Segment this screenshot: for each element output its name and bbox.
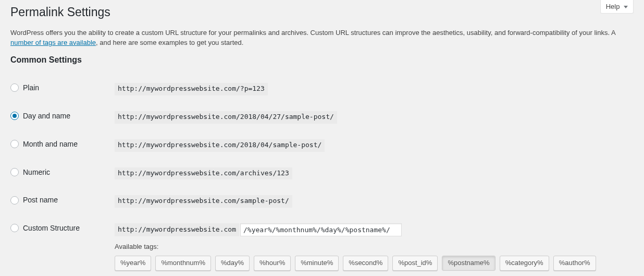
tag-button[interactable]: %category% bbox=[500, 256, 549, 271]
radio-label-text: Numeric bbox=[23, 167, 50, 177]
radio-input-custom[interactable] bbox=[10, 224, 19, 232]
radio-option-numeric[interactable]: Numeric bbox=[10, 167, 50, 177]
example-url: http://mywordpresswebsite.com/?p=123 bbox=[115, 83, 268, 95]
permalink-option-row: Numerichttp://mywordpresswebsite.com/arc… bbox=[10, 160, 634, 188]
radio-label-text: Post name bbox=[23, 195, 58, 205]
help-tab[interactable]: Help bbox=[600, 0, 634, 14]
permalink-option-row: Plainhttp://mywordpresswebsite.com/?p=12… bbox=[10, 75, 634, 103]
radio-input-day-name[interactable] bbox=[10, 112, 19, 120]
radio-input-post-name[interactable] bbox=[10, 196, 19, 205]
radio-input-numeric[interactable] bbox=[10, 168, 19, 176]
radio-label-text: Month and name bbox=[23, 139, 78, 149]
custom-base-url: http://mywordpresswebsite.com bbox=[115, 223, 239, 236]
page-title: Permalink Settings bbox=[10, 0, 634, 22]
tag-button[interactable]: %minute% bbox=[295, 256, 339, 271]
radio-option-custom[interactable]: Custom Structure bbox=[10, 223, 80, 233]
available-tags-label: Available tags: bbox=[115, 243, 628, 251]
radio-label-text: Plain bbox=[23, 83, 39, 92]
common-settings-heading: Common Settings bbox=[10, 55, 634, 65]
radio-option-day-name[interactable]: Day and name bbox=[10, 111, 70, 121]
intro-text-before: WordPress offers you the ability to crea… bbox=[10, 29, 615, 37]
tag-button[interactable]: %second% bbox=[343, 256, 388, 271]
tag-button[interactable]: %year% bbox=[115, 256, 151, 271]
radio-option-plain[interactable]: Plain bbox=[10, 83, 39, 92]
custom-structure-input[interactable] bbox=[240, 223, 402, 236]
chevron-down-icon bbox=[624, 6, 628, 8]
radio-option-month-name[interactable]: Month and name bbox=[10, 139, 78, 149]
example-url: http://mywordpresswebsite.com/2018/04/27… bbox=[115, 111, 337, 124]
intro-paragraph: WordPress offers you the ability to crea… bbox=[10, 28, 634, 48]
permalink-option-row: Day and namehttp://mywordpresswebsite.co… bbox=[10, 103, 634, 131]
permalink-option-row: Post namehttp://mywordpresswebsite.com/s… bbox=[10, 187, 634, 215]
radio-label-text: Custom Structure bbox=[23, 223, 80, 233]
radio-label-text: Day and name bbox=[23, 111, 70, 121]
tag-button[interactable]: %day% bbox=[215, 256, 250, 271]
intro-link[interactable]: number of tags are available bbox=[10, 39, 96, 46]
tag-button[interactable]: %monthnum% bbox=[155, 256, 211, 271]
tag-button[interactable]: %author% bbox=[553, 256, 596, 271]
intro-text-after: , and here are some examples to get you … bbox=[96, 39, 243, 46]
tag-button[interactable]: %hour% bbox=[254, 256, 291, 271]
tag-button[interactable]: %post_id% bbox=[392, 256, 438, 271]
example-url: http://mywordpresswebsite.com/2018/04/sa… bbox=[115, 139, 325, 152]
example-url: http://mywordpresswebsite.com/archives/1… bbox=[115, 167, 292, 180]
permalink-option-row: Custom Structurehttp://mywordpresswebsit… bbox=[10, 215, 634, 276]
radio-input-plain[interactable] bbox=[10, 83, 19, 92]
tag-button-row: %year%%monthnum%%day%%hour%%minute%%seco… bbox=[115, 256, 628, 271]
help-tab-label: Help bbox=[606, 3, 620, 10]
permalink-options-table: Plainhttp://mywordpresswebsite.com/?p=12… bbox=[10, 75, 634, 276]
example-url: http://mywordpresswebsite.com/sample-pos… bbox=[115, 195, 292, 208]
permalink-option-row: Month and namehttp://mywordpresswebsite.… bbox=[10, 131, 634, 160]
radio-input-month-name[interactable] bbox=[10, 140, 19, 148]
tag-button[interactable]: %postname% bbox=[442, 256, 495, 271]
radio-option-post-name[interactable]: Post name bbox=[10, 195, 58, 205]
